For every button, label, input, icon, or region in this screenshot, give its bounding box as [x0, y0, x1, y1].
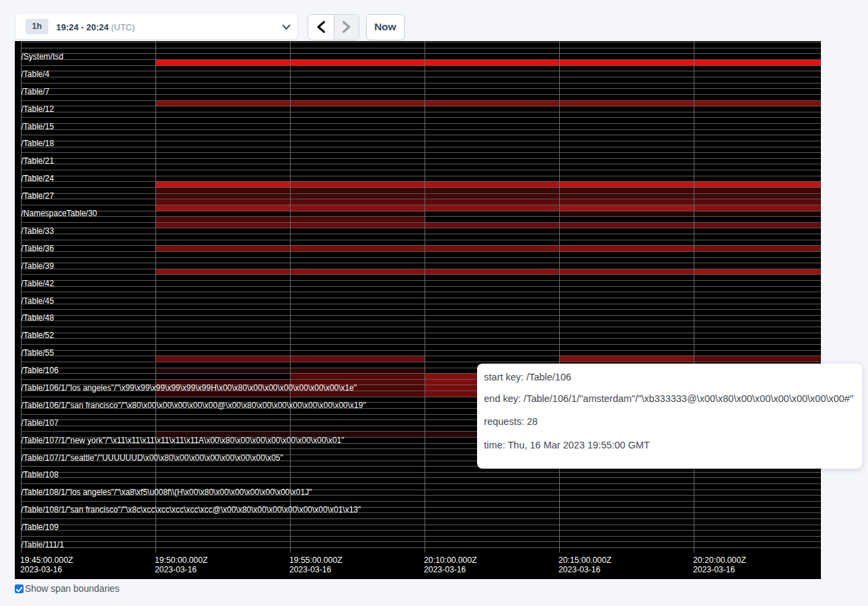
svg-text:19:45:00.000Z: 19:45:00.000Z [20, 556, 73, 565]
svg-text:/Table/24: /Table/24 [22, 174, 55, 183]
svg-text:/Table/106/1/"los angeles"/"\x: /Table/106/1/"los angeles"/"\x99\x99\x99… [22, 383, 357, 393]
svg-text:/Table/27: /Table/27 [22, 191, 55, 201]
svg-text:/Table/45: /Table/45 [22, 296, 55, 306]
svg-text:/Table/7: /Table/7 [22, 87, 50, 96]
svg-text:/Table/52: /Table/52 [22, 331, 55, 340]
svg-text:2023-03-16: 2023-03-16 [20, 565, 63, 574]
svg-text:/Table/107/1/"new york"/"\x11\: /Table/107/1/"new york"/"\x11\x11\x11\x1… [22, 436, 345, 445]
svg-text:/Table/42: /Table/42 [22, 279, 55, 288]
svg-text:/Table/107: /Table/107 [22, 418, 59, 428]
svg-text:/Table/106/1/"san francisco"/": /Table/106/1/"san francisco"/"\x80\x00\x… [22, 401, 366, 410]
svg-text:/Table/106: /Table/106 [22, 366, 59, 375]
svg-text:/Table/18: /Table/18 [22, 139, 55, 148]
svg-text:20:10:00.000Z: 20:10:00.000Z [424, 556, 477, 565]
svg-text:/Table/55: /Table/55 [22, 348, 55, 358]
svg-text:/Table/108/1/"san francisco"/": /Table/108/1/"san francisco"/"\x8c\xcc\x… [22, 505, 361, 514]
svg-text:/NamespaceTable/30: /NamespaceTable/30 [22, 209, 98, 218]
svg-text:2023-03-16: 2023-03-16 [558, 565, 601, 574]
svg-text:/Table/33: /Table/33 [22, 226, 55, 236]
svg-text:/Table/48: /Table/48 [22, 313, 55, 323]
svg-text:/Table/4: /Table/4 [22, 69, 50, 79]
svg-text:2023-03-16: 2023-03-16 [155, 565, 197, 574]
svg-text:/System/tsd: /System/tsd [22, 52, 64, 61]
svg-text:2023-03-16: 2023-03-16 [289, 565, 332, 574]
svg-text:/Table/109: /Table/109 [22, 523, 59, 532]
svg-text:/Table/15: /Table/15 [22, 122, 55, 131]
svg-text:/Table/108/1/"los angeles"/"\x: /Table/108/1/"los angeles"/"\xa8\xf5\u00… [22, 487, 312, 497]
svg-text:/Table/36: /Table/36 [22, 244, 55, 253]
svg-text:/Table/108: /Table/108 [22, 470, 59, 479]
svg-text:/Table/12: /Table/12 [22, 104, 55, 114]
svg-text:2023-03-16: 2023-03-16 [424, 565, 466, 574]
svg-text:2023-03-16: 2023-03-16 [693, 565, 735, 574]
svg-text:20:20:00.000Z: 20:20:00.000Z [693, 556, 746, 565]
svg-text:20:15:00.000Z: 20:15:00.000Z [558, 556, 612, 565]
svg-text:19:50:00.000Z: 19:50:00.000Z [155, 556, 208, 565]
svg-text:19:55:00.000Z: 19:55:00.000Z [289, 556, 342, 565]
svg-text:/Table/107/1/"seattle"/"UUUUUU: /Table/107/1/"seattle"/"UUUUUUD\x00\x80\… [22, 453, 283, 463]
svg-text:/Table/111/1: /Table/111/1 [22, 540, 65, 549]
svg-text:/Table/39: /Table/39 [22, 261, 55, 271]
svg-text:/Table/21: /Table/21 [22, 156, 55, 166]
